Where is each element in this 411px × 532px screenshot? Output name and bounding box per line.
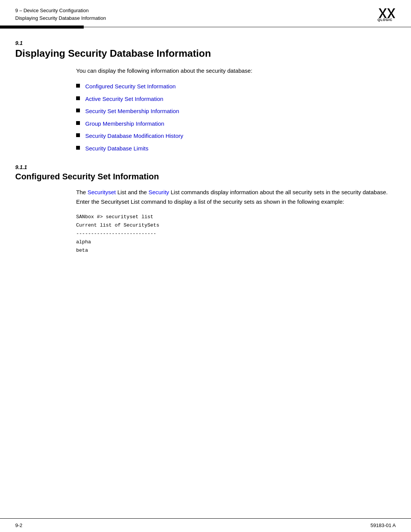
svg-text:QLOGIC: QLOGIC [378,18,393,22]
code-line-4: alpha [76,238,396,246]
list-item: Security Database Modification History [76,132,396,141]
link-configured-security-set[interactable]: Configured Security Set Information [85,82,176,91]
page-header: 9 – Device Security Configuration Displa… [0,0,411,23]
link-security-db-modification[interactable]: Security Database Modification History [85,132,183,141]
list-item: Configured Security Set Information [76,82,396,91]
body-part1: The [76,189,88,195]
header-rule-gray [84,27,411,27]
qlogic-logo: QLOGIC [378,7,396,23]
header-line1: 9 – Device Security Configuration [15,7,106,14]
logo-svg: QLOGIC [378,7,396,22]
bullet-icon [76,96,80,100]
header-rule-black [0,26,84,29]
list-item: Group Membership Information [76,120,396,128]
code-line-3: --------------------------- [76,230,396,238]
link-security-db-limits[interactable]: Security Database Limits [85,144,148,153]
list-item: Security Database Limits [76,144,396,153]
section-number: 9.1 [15,40,396,46]
body-part2: List and the [116,189,148,195]
link-securityset-inline[interactable]: Securityset [88,189,116,195]
bullet-list: Configured Security Set Information Acti… [76,82,396,153]
header-rule [0,26,411,29]
bullet-icon [76,121,80,125]
intro-text: You can display the following informatio… [76,66,396,75]
sub-section: 9.1.1 Configured Security Set Informatio… [15,164,396,255]
sub-section-number: 9.1.1 [15,164,396,170]
footer-doc-number: 59183-01 A [370,522,396,528]
bullet-icon [76,133,80,137]
link-security-inline[interactable]: Security [148,189,169,195]
list-item: Active Security Set Information [76,95,396,104]
header-line2: Displaying Security Database Information [15,14,106,22]
section-title: Displaying Security Database Information [15,48,396,59]
bullet-icon [76,109,80,112]
page-footer: 9-2 59183-01 A [0,518,411,532]
logo-icon: QLOGIC [378,7,396,23]
code-line-2: Current list of SecuritySets [76,221,396,230]
header-text: 9 – Device Security Configuration Displa… [15,7,106,22]
bullet-icon [76,146,80,150]
main-content: 9.1 Displaying Security Database Informa… [0,29,411,270]
code-line-1: SANbox #> securityset list [76,213,396,221]
link-security-set-membership[interactable]: Security Set Membership Information [85,107,179,116]
link-active-security-set[interactable]: Active Security Set Information [85,95,163,104]
sub-section-title: Configured Security Set Information [15,172,396,182]
code-line-5: beta [76,246,396,255]
body-text: The Securityset List and the Security Li… [76,188,396,207]
bullet-icon [76,84,80,88]
code-block: SANbox #> securityset list Current list … [76,213,396,255]
list-item: Security Set Membership Information [76,107,396,116]
link-group-membership[interactable]: Group Membership Information [85,120,164,128]
footer-page-number: 9-2 [15,522,22,528]
